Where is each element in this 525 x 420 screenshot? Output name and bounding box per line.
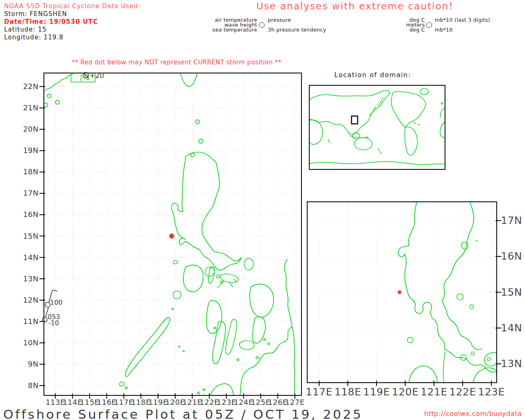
axis-tick-label: 116E	[97, 398, 116, 406]
axis-tick-label: 118E	[334, 386, 361, 398]
axis-tick-label: 122E	[449, 386, 476, 398]
axis-tick-label: 122E	[200, 398, 219, 406]
axis-tick-label: 123E	[217, 398, 236, 406]
axis-tick-label: 125E	[251, 398, 271, 406]
surface-station-plots: +20 100 053 -10	[42, 71, 104, 327]
axis-tick-label: 17N	[501, 215, 522, 226]
world-map-border	[309, 85, 445, 169]
axis-tick-label: 15N	[20, 232, 39, 240]
axis-tick-label: 14N	[501, 322, 522, 334]
storm-position-dot	[169, 233, 174, 238]
axis-tick-label: 115E	[80, 398, 100, 406]
axis-tick-label: 13N	[501, 358, 522, 370]
axis-tick-label: 12N	[20, 296, 39, 304]
axis-tick-label: 113E	[46, 398, 65, 406]
axis-tick-label: 123E	[478, 386, 505, 398]
plot-title: Offshore Surface Plot at 05Z / OCT 19, 2…	[3, 407, 363, 420]
zoom-inset-coastlines	[398, 202, 497, 383]
axis-tick-label: 19N	[20, 146, 39, 155]
domain-rectangle	[352, 116, 358, 124]
axis-tick-label: 21N	[20, 103, 39, 112]
zoom-inset-grid	[308, 202, 501, 386]
axis-tick-label: 121E	[420, 386, 447, 398]
axis-tick-label: 117E	[114, 398, 134, 406]
axis-tick-label: 11N	[20, 317, 39, 326]
axis-tick-label: 15N	[501, 286, 522, 298]
axis-tick-label: 10N	[20, 338, 39, 347]
buoy-plot-page: NOAA SSD Tropical Cyclone Data Used: Sto…	[0, 0, 525, 420]
axis-tick-label: 124E	[234, 398, 253, 406]
axis-tick-label: 117E	[306, 386, 333, 398]
station-plot-west-1: 100	[45, 290, 63, 307]
main-map-coastlines	[44, 73, 295, 395]
axis-tick-label: 9N	[20, 360, 39, 368]
axis-tick-label: 13N	[20, 274, 39, 283]
axis-tick-label: 114E	[63, 398, 82, 406]
source-url-link[interactable]: http://coolwx.com/buoydata	[424, 410, 522, 418]
axis-tick-label: 20N	[20, 125, 39, 133]
axis-tick-label: 22N	[20, 82, 39, 91]
station-value: +20	[89, 71, 104, 80]
axis-tick-label: 16N	[501, 250, 522, 262]
axis-tick-label: 14N	[20, 253, 39, 262]
axis-tick-label: 119E	[363, 386, 390, 398]
map-graphics: +20 100 053 -10	[0, 0, 525, 420]
axis-tick-label: 17N	[20, 189, 39, 197]
axis-tick-label: 118E	[131, 398, 151, 406]
axis-tick-label: 8N	[20, 381, 39, 390]
storm-position-dot-inset	[398, 290, 402, 294]
axis-tick-label: 127E	[285, 398, 305, 406]
station-plot-west-2: 053 -10	[42, 308, 60, 327]
axis-tick-label: 18N	[20, 167, 39, 176]
station-tendency: -10	[48, 319, 59, 327]
world-map-coastlines	[309, 89, 445, 164]
axis-tick-label: 120E	[165, 398, 185, 406]
axis-tick-label: 126E	[268, 398, 288, 406]
axis-tick-label: 121E	[183, 398, 202, 406]
axis-tick-label: 119E	[148, 398, 168, 406]
station-value: 100	[50, 299, 63, 306]
axis-tick-label: 16N	[20, 210, 39, 219]
axis-tick-label: 120E	[392, 386, 419, 398]
